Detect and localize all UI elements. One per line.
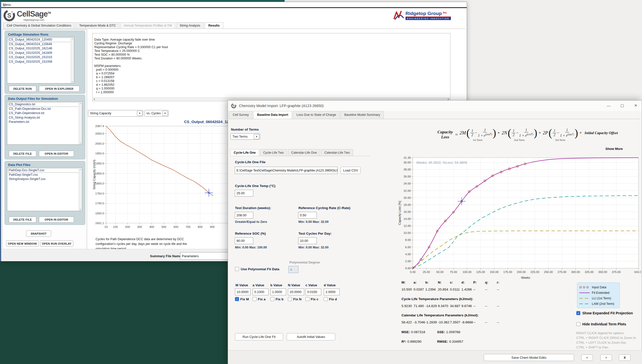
test-duration-input[interactable]: [235, 212, 253, 219]
show-more-link[interactable]: Show More: [605, 147, 623, 151]
scrollbar[interactable]: ▲▼: [79, 168, 82, 211]
scroll-up-icon[interactable]: ▲: [79, 168, 81, 170]
list-item[interactable]: CS_Output_03102025_161805: [8, 51, 74, 55]
list-item[interactable]: CS_Output_03102025_162146: [8, 46, 74, 51]
close-button[interactable]: ✕: [630, 101, 642, 111]
scrollbar[interactable]: ▲▼: [79, 102, 82, 144]
capacity-loss-chart[interactable]: 0.0025.0050.0075.00100.00125.00150.00175…: [398, 154, 641, 281]
list-item[interactable]: CS_Output_03102025_151015: [8, 55, 74, 60]
delete-plot-file-button[interactable]: DELETE FILE: [9, 217, 36, 223]
tab-cell-chemistry[interactable]: Cell Chemistry & Global Simulation Condi…: [3, 22, 75, 29]
delete-run-button[interactable]: DELETE RUN: [9, 86, 36, 92]
scroll-up-icon[interactable]: ▲: [71, 38, 73, 39]
maximize-button[interactable]: ▢: [616, 101, 628, 111]
plot-files-list[interactable]: PathDep-Dcc-SingleT.csv PathDep-SingleT.…: [7, 167, 82, 211]
scroll-down-icon[interactable]: ▼: [79, 142, 81, 144]
show-expanded-fit-checkbox[interactable]: ✓: [576, 311, 580, 315]
autofit-initial-values-button[interactable]: Autofit Initial Values: [287, 333, 335, 340]
chart-legend[interactable]: Input Data Fit Extended LLI (1st Term) L…: [577, 283, 620, 308]
fix-a-checkbox[interactable]: [253, 297, 257, 301]
tab-string-analysis[interactable]: String Analysis: [176, 22, 204, 29]
c-value-input[interactable]: [305, 289, 321, 295]
scroll-up-icon[interactable]: ▲: [79, 102, 81, 104]
equation-lhs-line1: Capacity: [437, 130, 453, 135]
list-item[interactable]: PathDep-SingleT.csv: [8, 173, 82, 177]
cycle-life-one-file-input[interactable]: [235, 167, 338, 174]
snapshot-button[interactable]: SNAPSHOT: [26, 230, 51, 237]
main-tab-bar: Cell Chemistry & Global Simulation Condi…: [3, 22, 466, 29]
list-item[interactable]: CS_String-Analysis.txt: [8, 116, 82, 120]
output-files-list[interactable]: CS_Diagnostics.txt CS_Path-Dependence-Dc…: [7, 102, 82, 145]
plot-axis-dropdown[interactable]: vs. Cycles ▼: [144, 110, 169, 117]
list-item[interactable]: CS_Output_03102025_151008: [8, 60, 74, 64]
n-value-input[interactable]: [288, 289, 304, 295]
list-item[interactable]: CS_Path-Dependence-Dcc.txt: [8, 107, 82, 111]
reference-cycling-rate-input[interactable]: [298, 212, 317, 219]
tab-temperature-mode[interactable]: Temperature Mode & DTC: [76, 22, 119, 29]
open-run-overlay-button[interactable]: OPEN RUN OVERLAY: [40, 240, 73, 247]
fix-n-checkbox[interactable]: [288, 297, 292, 301]
svg-text:1850.0: 1850.0: [95, 172, 104, 175]
scroll-down-icon[interactable]: ▼: [79, 209, 81, 210]
use-polynomial-fit-checkbox[interactable]: [235, 267, 239, 271]
subtab-calendar-life-one[interactable]: Calendar-Life One: [288, 149, 320, 156]
list-item[interactable]: CS_Output_06042024_115649: [8, 42, 74, 47]
reference-soc-hint: Min: 0.00 Max: 100.00: [235, 246, 267, 249]
test-cycles-per-day-input[interactable]: [298, 237, 317, 244]
d-value-input[interactable]: [324, 289, 340, 295]
list-item[interactable]: CS_Diagnostics.txt: [8, 102, 82, 107]
scroll-right-icon[interactable]: ▶: [448, 98, 449, 100]
tab-loss-due-to-soc[interactable]: Loss Due to State of Charge: [293, 111, 340, 119]
subtab-cycle-life-one[interactable]: Cycle-Life One: [230, 149, 259, 156]
dialog-title-bar[interactable]: S Chemistry Model Import: LFP-graphite (…: [228, 101, 642, 111]
tab-baseline-data-import[interactable]: Baseline Data Import: [253, 111, 292, 119]
scroll-down-icon[interactable]: ▼: [71, 81, 73, 83]
scrollbar[interactable]: ▲▼: [71, 37, 74, 83]
open-new-window-button[interactable]: OPEN NEW WINDOW: [6, 240, 39, 247]
tab-results[interactable]: Results: [205, 22, 223, 29]
tab-baseline-model-summary[interactable]: Baseline Model Summary: [341, 111, 384, 119]
fix-b-checkbox[interactable]: [270, 297, 274, 301]
subtab-cycle-life-two[interactable]: Cycle-Life Two: [260, 149, 287, 156]
hide-term-plots-checkbox[interactable]: [576, 322, 580, 326]
list-item[interactable]: PathDep-Dcc-SingleT.csv: [8, 168, 82, 173]
svg-text:2000.0: 2000.0: [95, 142, 104, 145]
tab-cell-survey[interactable]: Cell Survey: [229, 111, 253, 119]
list-item[interactable]: CS_Output_06042024_120450: [8, 38, 74, 42]
load-csv-button[interactable]: Load CSV: [341, 167, 361, 174]
fix-d-checkbox[interactable]: [324, 297, 328, 301]
run-cycle-life-one-fit-button[interactable]: Run Cycle-Life One Fit: [235, 333, 283, 340]
simulation-runs-list[interactable]: CS_Output_06042024_120450 CS_Output_0604…: [7, 37, 74, 83]
summary-file-input[interactable]: [180, 252, 233, 260]
subtab-calendar-life-two[interactable]: Calendar-Life Two: [321, 149, 353, 156]
save-chem-model-edits-button[interactable]: Save Chem Model Edits: [484, 354, 574, 361]
delete-file-button[interactable]: DELETE FILE: [9, 151, 36, 157]
ridgetop-tagline: ENGINEERING INNOVATION: [406, 17, 451, 20]
next-button[interactable]: >: [600, 354, 612, 361]
minimize-button[interactable]: —: [603, 101, 615, 111]
m-value-input[interactable]: [235, 289, 251, 295]
cycle-life-one-temp-input[interactable]: [235, 190, 253, 197]
fix-m-checkbox[interactable]: ✓: [235, 297, 239, 301]
open-in-explorer-button[interactable]: OPEN IN EXPLORER: [39, 86, 79, 92]
scroll-left-icon[interactable]: ◀: [93, 98, 95, 100]
results-text-box[interactable]: Data Type: Average capacity fade over ti…: [92, 33, 450, 101]
b-value-input[interactable]: [270, 289, 286, 295]
svg-text:1650.0: 1650.0: [95, 212, 104, 215]
open-in-editor-button[interactable]: OPEN IN EDITOR: [39, 151, 74, 157]
prev-button[interactable]: <: [581, 354, 593, 361]
capacity-loss-equation: CapacityLoss = 2M( 12 − 11 + e((ax)b) ) …: [414, 124, 641, 146]
svg-text:1700.0: 1700.0: [95, 202, 104, 205]
fix-c-checkbox[interactable]: [305, 297, 309, 301]
list-item[interactable]: Parameters.txt: [8, 120, 82, 124]
svg-text:416.00: 416.00: [634, 270, 641, 274]
a-value-input[interactable]: [253, 289, 269, 295]
list-item[interactable]: CS_Path-Dependence.txt: [8, 111, 82, 116]
close-x-button[interactable]: X: [619, 354, 630, 361]
number-of-terms-dropdown[interactable]: Two Terms ▼: [230, 133, 260, 140]
plot-series-dropdown[interactable]: String Capacity ▼: [88, 110, 143, 117]
open-plot-in-editor-button[interactable]: OPEN IN EDITOR: [39, 217, 74, 223]
list-item[interactable]: StringAnalysis-SingleT.csv: [8, 177, 82, 181]
menu-item[interactable]: Menu: [1, 2, 13, 7]
reference-soc-input[interactable]: [235, 237, 253, 244]
